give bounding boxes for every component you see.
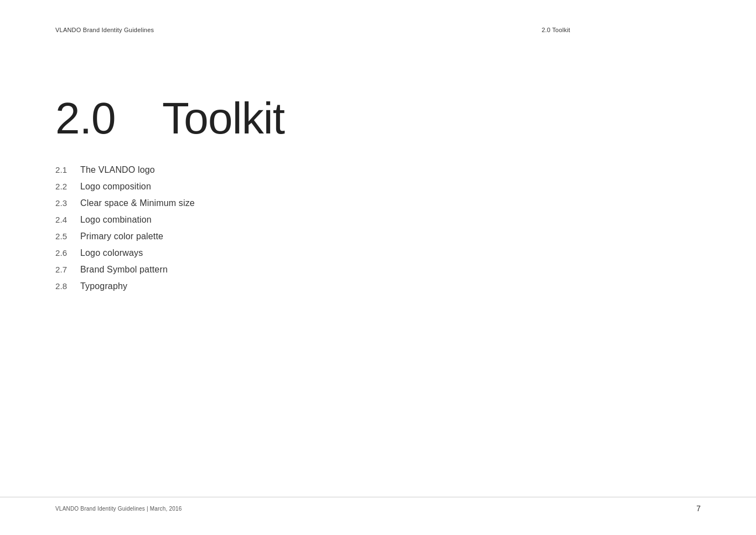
header-brand: VLANDO Brand Identity Guidelines <box>55 27 345 33</box>
toc-item-label: Logo colorways <box>80 248 143 258</box>
toc-item-number: 2.3 <box>55 198 80 208</box>
toc-item: 2.8Typography <box>55 281 701 291</box>
toc-item-number: 2.2 <box>55 182 80 191</box>
toc-item-label: Brand Symbol pattern <box>80 265 168 275</box>
toc-item: 2.6Logo colorways <box>55 248 701 258</box>
toc-item: 2.3Clear space & Minimum size <box>55 198 701 208</box>
section-name: Toolkit <box>162 94 284 143</box>
toc-item-number: 2.8 <box>55 281 80 291</box>
toc-item: 2.2Logo composition <box>55 182 701 192</box>
page: VLANDO Brand Identity Guidelines 2.0 Too… <box>0 0 756 535</box>
section-number: 2.0 <box>55 94 116 143</box>
toc-item-label: Typography <box>80 281 127 291</box>
toc-item-number: 2.6 <box>55 248 80 258</box>
toc-item: 2.1The VLANDO logo <box>55 165 701 175</box>
footer-brand: VLANDO Brand Identity Guidelines | March… <box>55 506 182 512</box>
page-header: VLANDO Brand Identity Guidelines 2.0 Too… <box>0 27 756 33</box>
toc-item-number: 2.7 <box>55 265 80 274</box>
page-footer: VLANDO Brand Identity Guidelines | March… <box>0 497 756 513</box>
toc-item-label: Primary color palette <box>80 232 163 241</box>
toc-item-label: The VLANDO logo <box>80 165 155 175</box>
toc-item-label: Clear space & Minimum size <box>80 198 195 208</box>
toc-item-number: 2.4 <box>55 215 80 224</box>
toc-item-number: 2.1 <box>55 165 80 174</box>
toc-item-number: 2.5 <box>55 232 80 241</box>
toc-list: 2.1The VLANDO logo2.2Logo composition2.3… <box>55 165 701 291</box>
toc-item: 2.4Logo combination <box>55 215 701 225</box>
main-content: 2.0 Toolkit 2.1The VLANDO logo2.2Logo co… <box>55 94 701 298</box>
section-title: 2.0 Toolkit <box>55 94 701 143</box>
page-number: 7 <box>696 504 701 513</box>
toc-item-label: Logo composition <box>80 182 151 192</box>
toc-item: 2.7Brand Symbol pattern <box>55 265 701 275</box>
header-section: 2.0 Toolkit <box>345 27 701 33</box>
toc-item-label: Logo combination <box>80 215 152 225</box>
toc-item: 2.5Primary color palette <box>55 232 701 241</box>
